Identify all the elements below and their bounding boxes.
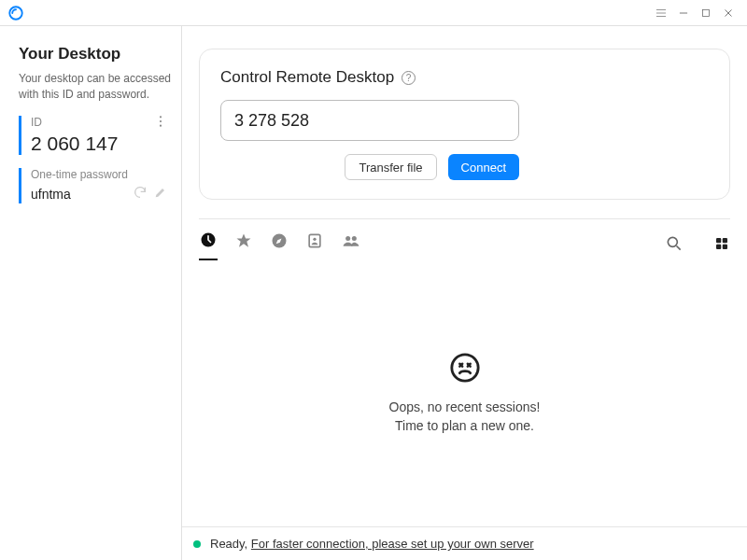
id-value: 2 060 147 (31, 133, 181, 155)
titlebar (0, 0, 747, 26)
svg-point-3 (160, 120, 162, 122)
grid-view-icon[interactable] (713, 235, 730, 256)
remote-id-input[interactable] (220, 100, 519, 141)
svg-point-10 (352, 236, 357, 241)
status-ready: Ready, (210, 537, 247, 551)
tab-favorites[interactable] (234, 231, 253, 259)
svg-rect-12 (716, 238, 721, 243)
status-link[interactable]: For faster connection, please set up you… (251, 537, 534, 551)
sidebar: Your Desktop Your desktop can be accesse… (0, 26, 182, 560)
sessions-empty-state: Oops, no recent sessions! Time to plan a… (199, 260, 730, 526)
sad-face-icon (449, 352, 481, 387)
control-remote-card: Control Remote Desktop ? Transfer file C… (199, 49, 730, 200)
id-more-icon[interactable] (153, 114, 168, 133)
connect-button[interactable]: Connect (448, 154, 519, 180)
svg-point-16 (451, 355, 477, 381)
tab-discovered[interactable] (270, 231, 289, 259)
svg-rect-1 (703, 9, 710, 16)
svg-rect-13 (723, 238, 727, 243)
tab-bar (199, 231, 730, 260)
svg-point-9 (345, 236, 350, 241)
empty-line2: Time to plan a new one. (389, 417, 541, 436)
refresh-password-icon[interactable] (133, 185, 148, 203)
search-icon[interactable] (665, 234, 684, 257)
tab-group[interactable] (341, 231, 361, 259)
edit-password-icon[interactable] (153, 185, 168, 203)
divider (199, 218, 730, 219)
status-dot-icon (193, 540, 201, 548)
hamburger-menu-icon[interactable] (650, 2, 672, 24)
tab-address-book[interactable] (305, 231, 324, 259)
app-logo-icon (7, 5, 24, 21)
password-label: One-time password (31, 168, 181, 181)
id-block: ID 2 060 147 (19, 116, 181, 155)
tab-recent[interactable] (199, 231, 218, 260)
svg-rect-15 (723, 245, 727, 249)
minimize-button[interactable] (672, 2, 695, 24)
status-bar: Ready, For faster connection, please set… (182, 526, 747, 560)
password-block: One-time password ufntma (19, 168, 181, 203)
transfer-file-button[interactable]: Transfer file (345, 154, 436, 180)
svg-point-2 (160, 116, 162, 118)
main-area: Control Remote Desktop ? Transfer file C… (182, 26, 747, 560)
empty-line1: Oops, no recent sessions! (389, 399, 541, 417)
sidebar-title: Your Desktop (19, 45, 181, 63)
svg-rect-14 (716, 245, 721, 249)
maximize-button[interactable] (695, 2, 717, 24)
password-value: ufntma (31, 187, 133, 202)
svg-point-4 (160, 124, 162, 126)
close-button[interactable] (717, 2, 740, 24)
svg-point-8 (313, 238, 316, 241)
help-icon[interactable]: ? (402, 71, 416, 85)
sidebar-description: Your desktop can be accessed with this I… (19, 71, 181, 103)
svg-point-0 (9, 7, 22, 20)
control-card-title: Control Remote Desktop (220, 68, 394, 87)
svg-point-11 (668, 237, 677, 246)
